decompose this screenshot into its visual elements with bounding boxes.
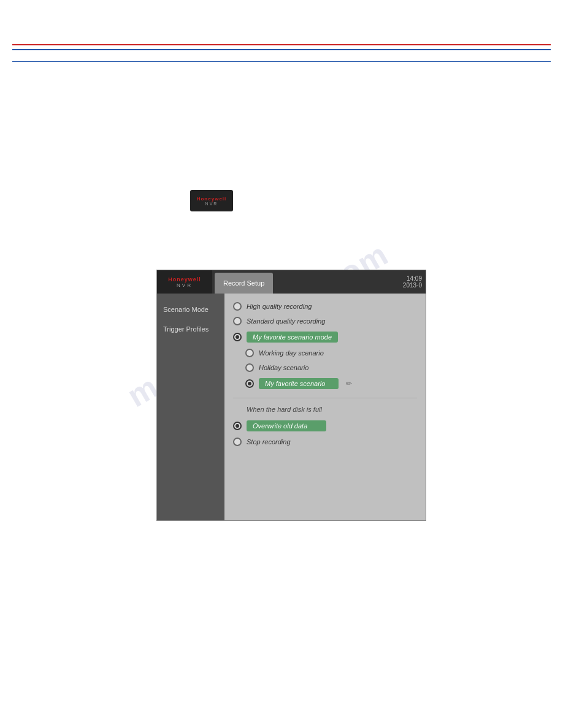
nvr-body: Scenario Mode Trigger Profiles High qual… [157, 294, 426, 520]
radio-holiday[interactable] [245, 363, 254, 372]
edit-icon[interactable]: ✏ [346, 379, 352, 388]
option-high-quality[interactable]: High quality recording [233, 301, 417, 312]
nvr-logo-nvr-text: NVR [177, 282, 193, 288]
small-logo: Honeywell NVR [190, 190, 233, 211]
label-my-favorite-mode: My favorite scenario mode [247, 332, 338, 343]
label-working-day: Working day scenario [259, 349, 324, 357]
nvr-window: Honeywell NVR Record Setup 14:09 2013-0 … [156, 270, 426, 521]
nvr-time-display: 14:09 2013-0 [399, 270, 426, 294]
option-holiday[interactable]: Holiday scenario [233, 362, 417, 373]
radio-my-favorite-scenario[interactable] [245, 379, 254, 388]
nvr-logo-honeywell-text: Honeywell [168, 276, 201, 282]
option-stop-recording[interactable]: Stop recording [233, 436, 417, 447]
tab-record-setup[interactable]: Record Setup [215, 273, 273, 294]
nvr-sidebar: Scenario Mode Trigger Profiles [157, 294, 224, 520]
label-overwrite: Overwrite old data [247, 420, 326, 431]
top-line-red [12, 44, 551, 45]
label-stop-recording: Stop recording [247, 438, 291, 446]
nvr-content: High quality recording Standard quality … [224, 294, 426, 520]
option-working-day[interactable]: Working day scenario [233, 347, 417, 358]
nvr-header: Honeywell NVR Record Setup 14:09 2013-0 [157, 270, 426, 294]
radio-standard-quality[interactable] [233, 317, 242, 325]
label-my-favorite-scenario: My favorite scenario [259, 378, 339, 389]
option-my-favorite-mode[interactable]: My favorite scenario mode [233, 330, 417, 344]
radio-stop-recording[interactable] [233, 438, 242, 446]
sidebar-item-trigger-profiles[interactable]: Trigger Profiles [157, 319, 224, 339]
label-standard-quality: Standard quality recording [247, 317, 325, 325]
small-logo-container: Honeywell NVR [190, 190, 233, 211]
nvr-logo: Honeywell NVR [157, 270, 212, 294]
label-high-quality: High quality recording [247, 303, 312, 310]
radio-high-quality[interactable] [233, 302, 242, 311]
radio-working-day[interactable] [245, 349, 254, 357]
divider [233, 398, 417, 398]
radio-my-favorite-mode[interactable] [233, 333, 242, 341]
nvr-time: 14:09 [403, 275, 422, 282]
label-holiday: Holiday scenario [259, 364, 308, 371]
disk-section-label: When the hard disk is full [233, 406, 417, 413]
option-my-favorite-scenario[interactable]: My favorite scenario ✏ [233, 377, 417, 390]
option-overwrite[interactable]: Overwrite old data [233, 419, 417, 433]
radio-overwrite[interactable] [233, 422, 242, 430]
small-logo-honeywell: Honeywell [197, 196, 227, 202]
option-standard-quality[interactable]: Standard quality recording [233, 316, 417, 327]
sidebar-item-scenario-mode[interactable]: Scenario Mode [157, 300, 224, 319]
nvr-date: 2013-0 [403, 282, 422, 289]
top-line-blue [12, 49, 551, 50]
top-line-blue2 [12, 61, 551, 62]
small-logo-nvr: NVR [205, 202, 218, 206]
